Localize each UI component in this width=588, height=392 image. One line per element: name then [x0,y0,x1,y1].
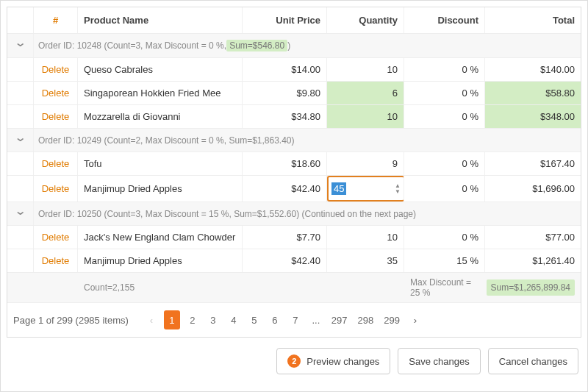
save-changes-button[interactable]: Save changes [398,348,480,374]
chevron-down-icon[interactable] [7,129,34,152]
cell-unit[interactable]: $14.00 [243,58,327,81]
cell-product[interactable]: Jack's New England Clam Chowder [78,226,243,249]
column-quantity[interactable]: Quantity [327,7,404,33]
column-unit-price[interactable]: Unit Price [243,7,327,33]
table-row: Delete Tofu $18.60 9 0 % $167.40 [7,152,581,176]
delete-button[interactable]: Delete [42,255,70,266]
pager-page[interactable]: 299 [381,310,403,329]
cell-qty[interactable]: 10 [327,105,404,128]
group-header-text: Order ID: 10248 (Count=3, Max Discount =… [34,34,581,57]
group-header-text: Order ID: 10249 (Count=2, Max Discount =… [34,129,581,152]
cell-disc[interactable]: 0 % [404,82,485,104]
cell-disc[interactable]: 0 % [404,152,485,175]
footer-maxdisc: Max Discount = 25 % [404,273,485,302]
cell-disc[interactable]: 0 % [404,105,485,128]
delete-button[interactable]: Delete [42,232,70,243]
cell-total[interactable]: $1,696.00 [485,176,581,202]
pager: Page 1 of 299 (2985 items) ‹ 1 2 3 4 5 6… [7,303,581,338]
spin-down-icon[interactable]: ▼ [395,189,401,195]
quantity-editor[interactable]: 45 ▲ ▼ [327,176,404,202]
cell-unit[interactable]: $7.70 [243,226,327,249]
quantity-input[interactable]: 45 [331,182,346,195]
delete-button[interactable]: Delete [42,64,70,75]
cell-total[interactable]: $58.80 [485,82,581,104]
footer-sum: Sum=$1,265,899.84 [487,279,575,296]
table-row: Delete Manjimup Dried Apples $42.40 45 ▲… [7,176,581,202]
pager-ellipsis[interactable]: ... [308,310,324,329]
column-discount[interactable]: Discount [404,7,485,33]
group-header[interactable]: Order ID: 10250 (Count=3, Max Discount =… [7,202,581,226]
delete-button[interactable]: Delete [42,111,70,122]
cell-qty[interactable]: 6 [327,82,404,104]
cell-unit[interactable]: $9.80 [243,82,327,104]
data-grid: # Product Name Unit Price Quantity Disco… [7,7,581,303]
pager-prev-icon[interactable]: ‹ [143,310,159,329]
cell-product[interactable]: Tofu [78,152,243,175]
cell-total[interactable]: $348.00 [485,105,581,128]
cell-disc[interactable]: 0 % [404,176,485,202]
group-header[interactable]: Order ID: 10248 (Count=3, Max Discount =… [7,34,581,58]
footer-count: Count=2,155 [78,273,243,302]
cell-product[interactable]: Manjimup Dried Apples [78,249,243,272]
group-header-text: Order ID: 10250 (Count=3, Max Discount =… [34,202,581,225]
pager-page[interactable]: 2 [184,310,201,329]
chevron-down-icon[interactable] [7,202,34,225]
table-row: Delete Queso Cabrales $14.00 10 0 % $140… [7,58,581,82]
cell-product[interactable]: Manjimup Dried Apples [78,176,243,202]
column-product-name[interactable]: Product Name [78,7,243,33]
spin-buttons[interactable]: ▲ ▼ [395,183,401,195]
cell-total[interactable]: $167.40 [485,152,581,175]
cell-disc[interactable]: 0 % [404,226,485,249]
delete-button[interactable]: Delete [42,158,70,169]
cell-qty[interactable]: 10 [327,226,404,249]
pager-page[interactable]: 7 [287,310,304,329]
table-row: Delete Manjimup Dried Apples $42.40 35 1… [7,249,581,273]
cell-disc[interactable]: 0 % [404,58,485,81]
cell-total[interactable]: $140.00 [485,58,581,81]
cell-unit[interactable]: $42.40 [243,249,327,272]
cell-unit[interactable]: $42.40 [243,176,327,202]
delete-button[interactable]: Delete [42,183,70,194]
cell-disc[interactable]: 15 % [404,249,485,272]
column-hash[interactable]: # [34,7,78,33]
grid-container: # Product Name Unit Price Quantity Disco… [0,0,588,392]
cell-product[interactable]: Queso Cabrales [78,58,243,81]
column-expand [7,7,34,33]
cell-unit[interactable]: $34.80 [243,105,327,128]
chevron-down-icon[interactable] [7,34,34,57]
pager-page[interactable]: 297 [329,310,351,329]
cell-qty[interactable]: 9 [327,152,404,175]
table-row: Delete Singaporean Hokkien Fried Mee $9.… [7,82,581,105]
toolbar: 2 Preview changes Save changes Cancel ch… [7,338,581,374]
cell-unit[interactable]: $18.60 [243,152,327,175]
summary-row: Count=2,155 Max Discount = 25 % Sum=$1,2… [7,273,581,303]
pager-page[interactable]: 1 [164,310,180,329]
cell-qty[interactable]: 35 [327,249,404,272]
column-header-row: # Product Name Unit Price Quantity Disco… [7,7,581,34]
cell-total[interactable]: $1,261.40 [485,249,581,272]
column-total[interactable]: Total [485,7,581,33]
pager-page[interactable]: 4 [226,310,242,329]
pager-page[interactable]: 5 [246,310,262,329]
pager-page[interactable]: 6 [267,310,283,329]
table-row: Delete Mozzarella di Giovanni $34.80 10 … [7,105,581,129]
table-row: Delete Jack's New England Clam Chowder $… [7,226,581,249]
group-header[interactable]: Order ID: 10249 (Count=2, Max Discount =… [7,129,581,152]
cell-qty[interactable]: 10 [327,58,404,81]
cell-product[interactable]: Mozzarella di Giovanni [78,105,243,128]
cancel-changes-button[interactable]: Cancel changes [488,348,578,374]
changes-count-badge: 2 [287,354,301,368]
pager-next-icon[interactable]: › [407,310,423,329]
pager-info: Page 1 of 299 (2985 items) [13,315,129,326]
pager-page[interactable]: 298 [355,310,377,329]
preview-changes-button[interactable]: 2 Preview changes [276,348,390,374]
cell-total[interactable]: $77.00 [485,226,581,249]
cell-product[interactable]: Singaporean Hokkien Fried Mee [78,82,243,104]
pager-page[interactable]: 3 [205,310,221,329]
group-sum-highlight: Sum=$546.80 [226,40,287,51]
delete-button[interactable]: Delete [42,88,70,99]
